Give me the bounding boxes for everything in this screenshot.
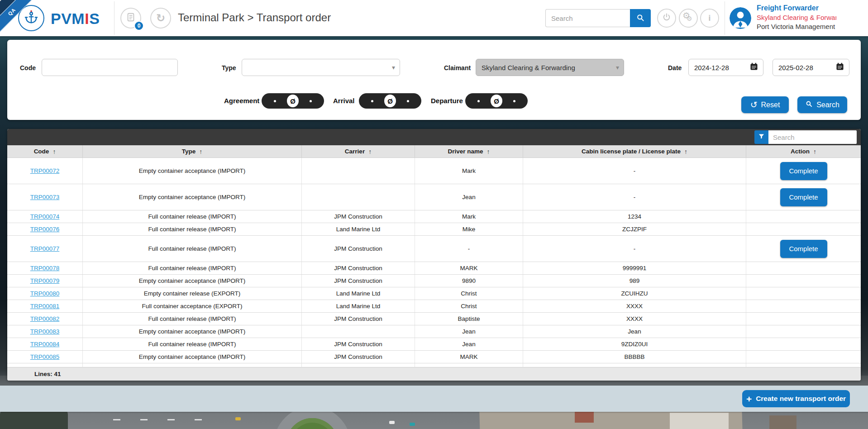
order-code-link[interactable]: TRP00084 bbox=[30, 341, 60, 348]
toggle-knob-null: Ø bbox=[287, 95, 299, 107]
order-code-link[interactable]: TRP00083 bbox=[30, 328, 60, 335]
complete-button[interactable]: Complete bbox=[780, 162, 827, 180]
top-header-bar: PVMIS 0 ↻ Terminal Park > Transport orde… bbox=[0, 0, 868, 36]
cell-type: Full container release (IMPORT) bbox=[83, 262, 302, 274]
filter-search-button[interactable]: Search bbox=[797, 96, 847, 113]
cell-carrier: JPM Construction bbox=[302, 275, 415, 287]
create-transport-order-button[interactable]: + Create new transport order bbox=[742, 390, 850, 407]
cell-driver: Baptiste bbox=[415, 313, 523, 325]
table-row: TRP00072 Empty container acceptance (IMP… bbox=[7, 158, 861, 184]
date-from-input[interactable] bbox=[694, 64, 739, 72]
header-divider bbox=[114, 1, 114, 35]
toggle-knob-null: Ø bbox=[491, 95, 502, 107]
bg-road-dash bbox=[167, 419, 175, 420]
date-to-input[interactable] bbox=[778, 64, 824, 72]
table-row: TRP00073 Empty container acceptance (IMP… bbox=[7, 184, 861, 210]
undo-icon: ↺ bbox=[750, 100, 758, 110]
order-code-link[interactable]: TRP00078 bbox=[30, 265, 60, 272]
gears-icon: ⚙⚙ bbox=[682, 12, 694, 24]
bg-road-dash bbox=[140, 419, 148, 420]
arrival-toggle[interactable]: Ø bbox=[359, 93, 421, 109]
column-header-code[interactable]: Code↑ bbox=[7, 145, 83, 157]
search-icon bbox=[636, 13, 645, 24]
table-filter-button[interactable] bbox=[754, 130, 768, 144]
type-filter-label: Type bbox=[222, 64, 236, 72]
header-divider bbox=[725, 1, 725, 35]
cell-code: TRP00080 bbox=[7, 287, 83, 300]
column-header-license-plate[interactable]: Cabin license plate / License plate↑ bbox=[523, 145, 746, 157]
calendar-icon[interactable] bbox=[835, 62, 844, 73]
cell-plate: - bbox=[523, 158, 746, 184]
info-button[interactable]: i bbox=[700, 9, 719, 28]
cell-type: Empty container acceptance (IMPORT) bbox=[83, 184, 302, 210]
cell-action bbox=[746, 300, 861, 312]
cell-carrier bbox=[302, 325, 415, 338]
cell-carrier: Land Marine Ltd bbox=[302, 223, 415, 235]
bg-road-dash bbox=[113, 419, 120, 420]
type-filter-select[interactable]: ▾ bbox=[242, 59, 400, 76]
column-header-type[interactable]: Type↑ bbox=[83, 145, 302, 157]
cell-type: Full container release (IMPORT) bbox=[83, 313, 302, 325]
cell-code: TRP00078 bbox=[7, 262, 83, 274]
cell-action bbox=[746, 325, 861, 338]
cell-code: TRP00083 bbox=[7, 325, 83, 338]
header-search-button[interactable] bbox=[630, 9, 651, 27]
order-code-link[interactable]: TRP00074 bbox=[30, 213, 60, 220]
cell-code: TRP00074 bbox=[7, 210, 83, 223]
cell-carrier: JPM Construction bbox=[302, 236, 415, 262]
cell-action: Complete bbox=[746, 184, 861, 210]
order-code-link[interactable]: TRP00073 bbox=[30, 194, 60, 200]
cell-type: Full container release (IMPORT) bbox=[83, 338, 302, 350]
date-from-field bbox=[688, 59, 763, 76]
departure-toggle[interactable]: Ø bbox=[465, 93, 528, 109]
reset-button[interactable]: ↺ Reset bbox=[741, 96, 789, 113]
cell-carrier: JPM Construction bbox=[302, 351, 415, 363]
column-header-driver-name[interactable]: Driver name↑ bbox=[415, 145, 523, 157]
cell-code: TRP00085 bbox=[7, 351, 83, 363]
order-code-link[interactable]: TRP00082 bbox=[30, 315, 60, 322]
table-body: TRP00072 Empty container acceptance (IMP… bbox=[7, 158, 861, 367]
settings-button[interactable]: ⚙⚙ bbox=[679, 9, 698, 28]
info-icon: i bbox=[708, 13, 711, 23]
cell-plate: XXXX bbox=[523, 300, 746, 312]
search-icon bbox=[805, 100, 813, 110]
refresh-button[interactable]: ↻ bbox=[150, 8, 171, 29]
cell-carrier bbox=[302, 158, 415, 184]
order-code-link[interactable]: TRP00081 bbox=[30, 303, 60, 310]
order-code-link[interactable]: TRP00077 bbox=[30, 245, 60, 252]
table-row: TRP00074 Full container release (IMPORT)… bbox=[7, 210, 861, 223]
table-search-input[interactable] bbox=[768, 130, 857, 144]
complete-button[interactable]: Complete bbox=[780, 188, 827, 206]
calendar-icon[interactable] bbox=[749, 62, 758, 73]
cell-plate: 989 bbox=[523, 275, 746, 287]
refresh-icon: ↻ bbox=[156, 12, 165, 24]
table-row: TRP00083 Empty container acceptance (IMP… bbox=[7, 325, 861, 338]
cell-driver: Jean bbox=[415, 325, 523, 338]
cell-plate: 9ZDIZ0UI bbox=[523, 338, 746, 350]
order-code-link[interactable]: TRP00079 bbox=[30, 277, 60, 284]
cell-carrier: JPM Construction bbox=[302, 210, 415, 223]
app-logo bbox=[18, 5, 44, 31]
logout-button[interactable] bbox=[657, 9, 676, 28]
agreement-toggle[interactable]: Ø bbox=[262, 93, 324, 109]
user-organization: Skyland Clearing & Forwarding bbox=[757, 13, 836, 23]
user-avatar[interactable] bbox=[730, 7, 751, 29]
cell-code: TRP00082 bbox=[7, 313, 83, 325]
cell-plate: BBBBB bbox=[523, 351, 746, 363]
bg-building bbox=[670, 413, 729, 429]
column-header-action[interactable]: Action↑ bbox=[746, 145, 861, 157]
order-code-link[interactable]: TRP00076 bbox=[30, 226, 60, 233]
code-filter-input[interactable] bbox=[42, 59, 178, 76]
complete-button[interactable]: Complete bbox=[780, 240, 827, 258]
header-search-input[interactable] bbox=[545, 9, 630, 27]
toggle-dot bbox=[477, 100, 480, 102]
order-code-link[interactable]: TRP00072 bbox=[30, 167, 60, 174]
page-title: Terminal Park > Transport order bbox=[178, 11, 331, 24]
order-code-link[interactable]: TRP00085 bbox=[30, 353, 60, 360]
lines-count: Lines: 41 bbox=[34, 371, 61, 377]
sort-asc-icon: ↑ bbox=[684, 148, 687, 155]
order-code-link[interactable]: TRP00080 bbox=[30, 290, 60, 297]
cell-type: Empty container release (EXPORT) bbox=[83, 287, 302, 300]
column-header-carrier[interactable]: Carrier↑ bbox=[302, 145, 415, 157]
cell-action bbox=[746, 351, 861, 363]
